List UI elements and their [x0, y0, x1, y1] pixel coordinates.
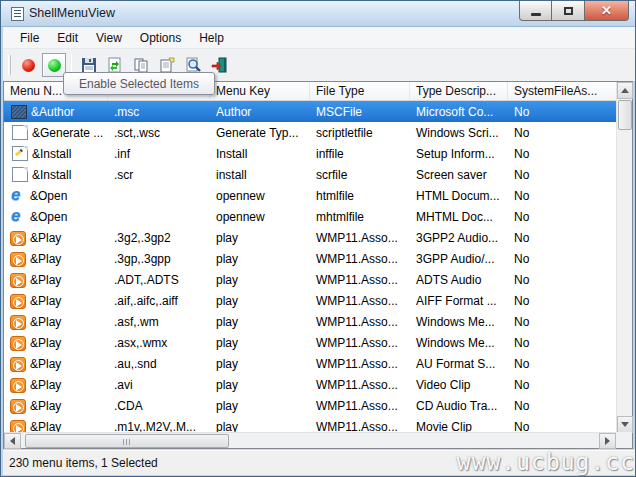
page-icon	[12, 125, 28, 140]
cell-file-type: WMP11.Asso...	[310, 332, 410, 353]
column-header-file-type[interactable]: File Type	[310, 82, 410, 100]
vertical-scroll-thumb[interactable]	[618, 100, 632, 130]
scroll-up-button[interactable]	[617, 82, 633, 99]
horizontal-scrollbar[interactable]	[4, 432, 616, 448]
cell-system-file: No	[508, 101, 616, 122]
cell-type-description: Windows Scri...	[410, 122, 508, 143]
menu-view[interactable]: View	[87, 29, 131, 47]
cell-menu-name: &Play	[30, 273, 61, 287]
cell-file-type: WMP11.Asso...	[310, 269, 410, 290]
cell-type-description: MHTML Doc...	[410, 206, 508, 227]
cell-type-description: AIFF Format ...	[410, 290, 508, 311]
cell-system-file: No	[508, 206, 616, 227]
table-row[interactable]: &Install .inf Install inffile Setup Info…	[4, 143, 616, 164]
cell-extensions: .inf	[108, 143, 210, 164]
cell-system-file: No	[508, 353, 616, 374]
wmp-icon	[10, 231, 26, 246]
cell-type-description: CD Audio Tra...	[410, 395, 508, 416]
menu-help[interactable]: Help	[190, 29, 233, 47]
disable-red-ball-icon	[22, 59, 35, 72]
menu-options[interactable]: Options	[131, 29, 190, 47]
menu-edit[interactable]: Edit	[48, 29, 87, 47]
cell-extensions: .sct,.wsc	[108, 122, 210, 143]
cell-extensions: .avi	[108, 374, 210, 395]
cell-menu-name: &Play	[30, 336, 61, 350]
scroll-left-button[interactable]	[4, 433, 21, 449]
cell-menu-key: play	[210, 395, 310, 416]
page-icon	[12, 167, 28, 182]
cell-system-file: No	[508, 185, 616, 206]
refresh-icon	[107, 57, 123, 73]
cell-system-file: No	[508, 143, 616, 164]
status-text: 230 menu items, 1 Selected	[9, 456, 158, 470]
cell-extensions: .scr	[108, 164, 210, 185]
table-row[interactable]: &Author .msc Author MSCFile Microsoft Co…	[4, 101, 616, 122]
horizontal-scroll-thumb[interactable]	[25, 434, 229, 448]
cell-extensions: .ADT,.ADTS	[108, 269, 210, 290]
column-header-menu-key[interactable]: Menu Key	[210, 82, 310, 100]
cell-file-type: mhtmlfile	[310, 206, 410, 227]
wmp-icon	[10, 273, 26, 288]
cell-type-description: 3GPP Audio/...	[410, 248, 508, 269]
column-header-type-description[interactable]: Type Descrip...	[410, 82, 508, 100]
cell-file-type: WMP11.Asso...	[310, 374, 410, 395]
cell-menu-name: &Play	[30, 420, 61, 434]
scroll-down-button[interactable]	[617, 416, 633, 433]
scrollbar-corner	[616, 432, 632, 448]
cell-type-description: ADTS Audio	[410, 269, 508, 290]
table-row[interactable]: &Play .au,.snd play WMP11.Asso... AU For…	[4, 353, 616, 374]
cell-menu-name: &Install	[32, 147, 71, 161]
wmp-icon	[10, 378, 26, 393]
cell-extensions	[108, 206, 210, 227]
cell-type-description: HTML Docum...	[410, 185, 508, 206]
maximize-button[interactable]	[552, 1, 585, 21]
cell-menu-name: &Play	[30, 399, 61, 413]
cell-menu-name: &Author	[31, 105, 74, 119]
cell-system-file: No	[508, 332, 616, 353]
cell-menu-name: &Play	[30, 315, 61, 329]
cell-menu-name: &Play	[30, 378, 61, 392]
menu-file[interactable]: File	[11, 29, 48, 47]
cell-extensions: .aif,.aifc,.aiff	[108, 290, 210, 311]
arrow-left-icon	[10, 437, 15, 445]
cell-extensions: .3g2,.3gp2	[108, 227, 210, 248]
table-row[interactable]: &Install .scr install scrfile Screen sav…	[4, 164, 616, 185]
table-row[interactable]: &Play .avi play WMP11.Asso... Video Clip…	[4, 374, 616, 395]
column-header-system-file[interactable]: SystemFileAs...	[508, 82, 616, 100]
enable-green-ball-icon	[48, 59, 61, 72]
maximize-icon	[564, 7, 573, 15]
cell-file-type: WMP11.Asso...	[310, 248, 410, 269]
window-controls: ✕	[519, 1, 629, 21]
cell-file-type: WMP11.Asso...	[310, 311, 410, 332]
cell-menu-key: play	[210, 227, 310, 248]
table-row[interactable]: &Play .asf,.wm play WMP11.Asso... Window…	[4, 311, 616, 332]
table-row[interactable]: &Open opennew htmlfile HTML Docum... No	[4, 185, 616, 206]
table-row[interactable]: &Play .aif,.aifc,.aiff play WMP11.Asso..…	[4, 290, 616, 311]
disable-selected-items-button[interactable]	[16, 53, 40, 77]
cell-menu-key: play	[210, 332, 310, 353]
close-button[interactable]: ✕	[585, 1, 629, 21]
table-row[interactable]: &Play .asx,.wmx play WMP11.Asso... Windo…	[4, 332, 616, 353]
cell-menu-name: &Play	[30, 294, 61, 308]
vertical-scrollbar[interactable]	[616, 82, 632, 433]
save-floppy-icon	[81, 57, 97, 73]
cell-menu-key: play	[210, 311, 310, 332]
cell-menu-name: &Open	[30, 189, 67, 203]
minimize-button[interactable]	[519, 1, 552, 21]
table-row[interactable]: &Generate ... .sct,.wsc Generate Typ... …	[4, 122, 616, 143]
cell-system-file: No	[508, 416, 616, 433]
table-row[interactable]: &Play .3g2,.3gp2 play WMP11.Asso... 3GPP…	[4, 227, 616, 248]
table-row[interactable]: &Play .3gp,.3gpp play WMP11.Asso... 3GPP…	[4, 248, 616, 269]
cell-type-description: AU Format S...	[410, 353, 508, 374]
cell-menu-key: opennew	[210, 185, 310, 206]
cell-menu-key: Install	[210, 143, 310, 164]
table-row[interactable]: &Play .CDA play WMP11.Asso... CD Audio T…	[4, 395, 616, 416]
table-row[interactable]: &Play .ADT,.ADTS play WMP11.Asso... ADTS…	[4, 269, 616, 290]
cell-file-type: WMP11.Asso...	[310, 353, 410, 374]
table-row[interactable]: &Play .m1v,.M2V,.M... play WMP11.Asso...…	[4, 416, 616, 433]
table-row[interactable]: &Open opennew mhtmlfile MHTML Doc... No	[4, 206, 616, 227]
scroll-right-button[interactable]	[599, 433, 616, 449]
cell-menu-key: play	[210, 248, 310, 269]
cell-system-file: No	[508, 374, 616, 395]
exit-door-icon	[211, 57, 228, 73]
